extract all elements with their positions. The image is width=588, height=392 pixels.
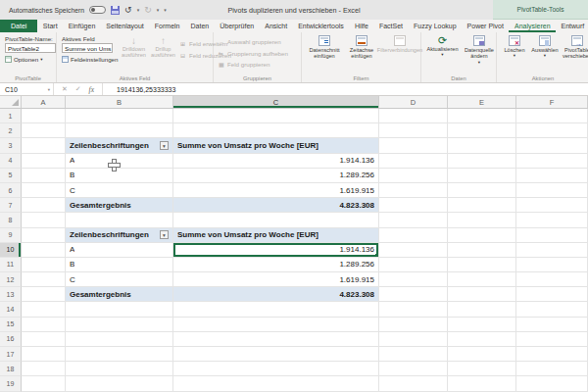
cell-D18[interactable] (379, 362, 448, 376)
cell-E14[interactable] (448, 302, 516, 317)
field-settings-button[interactable]: Feldeinstellungen (61, 55, 118, 64)
cell-B5[interactable]: B (66, 169, 173, 183)
cell-D10[interactable] (379, 243, 448, 258)
tab-power-pivot[interactable]: Power Pivot (462, 20, 509, 32)
cell-A19[interactable] (22, 376, 66, 391)
cell-A4[interactable] (22, 154, 66, 169)
cell-B11[interactable]: B (66, 258, 173, 272)
cell-E17[interactable] (448, 347, 516, 362)
row-header-19[interactable]: 19 (0, 376, 22, 391)
cell-F12[interactable] (516, 272, 588, 287)
name-box[interactable]: C10 ▾ (0, 83, 54, 95)
select-button[interactable]: Auswählen ▾ (530, 34, 560, 74)
cell-B14[interactable] (66, 302, 173, 317)
row-header-1[interactable]: 1 (0, 109, 22, 123)
cell-A1[interactable] (22, 109, 66, 123)
cell-E6[interactable] (448, 183, 516, 198)
cell-B2[interactable] (66, 123, 173, 138)
cell-A8[interactable] (22, 213, 66, 227)
cell-C2[interactable] (173, 123, 379, 138)
cell-A11[interactable] (22, 258, 66, 272)
cell-A16[interactable] (22, 332, 66, 347)
row-header-5[interactable]: 5 (0, 169, 22, 183)
tab-fuzzy-lookup[interactable]: Fuzzy Lookup (409, 20, 463, 32)
redo-dropdown-icon[interactable]: ▾ (157, 7, 160, 13)
cell-D12[interactable] (379, 272, 448, 287)
cell-A12[interactable] (22, 272, 66, 287)
cell-F13[interactable] (516, 287, 588, 302)
cell-C6[interactable]: 1.619.915 (173, 183, 379, 198)
select-all-corner[interactable] (0, 96, 22, 108)
row-header-14[interactable]: 14 (0, 302, 22, 317)
cell-B3[interactable]: Zeilenbeschriftungen▾ (66, 138, 173, 153)
tab-factset[interactable]: FactSet (373, 20, 408, 32)
cell-F4[interactable] (516, 154, 588, 169)
insert-slicer-button[interactable]: Datenschnitt einfügen (306, 34, 343, 74)
cell-A5[interactable] (22, 169, 66, 183)
cell-E8[interactable] (448, 213, 516, 227)
cell-E3[interactable] (448, 138, 516, 153)
row-header-17[interactable]: 17 (0, 347, 22, 362)
cell-F1[interactable] (516, 109, 588, 123)
cell-E7[interactable] (448, 198, 516, 213)
cell-A14[interactable] (22, 302, 66, 317)
cell-E19[interactable] (448, 376, 516, 391)
cell-F5[interactable] (516, 169, 588, 183)
save-icon[interactable] (111, 6, 120, 15)
cell-E18[interactable] (448, 362, 516, 376)
column-header-a[interactable]: A (22, 96, 66, 108)
column-header-e[interactable]: E (448, 96, 516, 108)
cell-C5[interactable]: 1.289.256 (173, 169, 379, 183)
cell-E11[interactable] (448, 258, 516, 272)
cell-E16[interactable] (448, 332, 516, 347)
row-header-15[interactable]: 15 (0, 318, 22, 332)
row-labels-filter-button[interactable]: ▾ (160, 230, 169, 239)
row-header-16[interactable]: 16 (0, 332, 22, 347)
cell-D4[interactable] (379, 154, 448, 169)
cell-D11[interactable] (379, 258, 448, 272)
cell-D9[interactable] (379, 228, 448, 243)
row-header-10[interactable]: 10 (0, 243, 22, 258)
refresh-button[interactable]: ⟳ Aktualisieren ▾ (425, 34, 460, 74)
tab-formeln[interactable]: Formeln (149, 20, 185, 32)
cell-B4[interactable]: A (66, 154, 173, 169)
tab-analysieren[interactable]: Analysieren (509, 20, 556, 32)
row-labels-filter-button[interactable]: ▾ (160, 141, 169, 150)
cell-B1[interactable] (66, 109, 173, 123)
row-header-3[interactable]: 3 (0, 138, 22, 153)
cell-F9[interactable] (516, 228, 588, 243)
cell-F3[interactable] (516, 138, 588, 153)
cell-A7[interactable] (22, 198, 66, 213)
row-header-8[interactable]: 8 (0, 213, 22, 227)
cell-D7[interactable] (379, 198, 448, 213)
row-header-12[interactable]: 12 (0, 272, 22, 287)
move-pivottable-button[interactable]: PivotTable verschieben (562, 34, 588, 74)
row-header-18[interactable]: 18 (0, 362, 22, 376)
cell-A3[interactable] (22, 138, 66, 153)
cell-B8[interactable] (66, 213, 173, 227)
column-header-b[interactable]: B (66, 96, 173, 108)
row-header-7[interactable]: 7 (0, 198, 22, 213)
insert-timeline-button[interactable]: Zeitachse einfügen (345, 34, 378, 74)
cell-B12[interactable]: C (66, 272, 173, 287)
cell-C14[interactable] (173, 302, 379, 317)
cell-D13[interactable] (379, 287, 448, 302)
row-header-9[interactable]: 9 (0, 228, 22, 243)
cell-A9[interactable] (22, 228, 66, 243)
cell-B18[interactable] (66, 362, 173, 376)
cell-D3[interactable] (379, 138, 448, 153)
cell-B9[interactable]: Zeilenbeschriftungen▾ (66, 228, 173, 243)
cell-F7[interactable] (516, 198, 588, 213)
cell-E2[interactable] (448, 123, 516, 138)
autosave-toggle[interactable] (89, 6, 106, 14)
tab-ansicht[interactable]: Ansicht (260, 20, 293, 32)
cell-F19[interactable] (516, 376, 588, 391)
cell-C8[interactable] (173, 213, 379, 227)
cell-D17[interactable] (379, 347, 448, 362)
customize-qat-icon[interactable]: ▾ (164, 7, 167, 13)
cell-B16[interactable] (66, 332, 173, 347)
undo-icon[interactable]: ↺ (124, 6, 132, 15)
cell-D16[interactable] (379, 332, 448, 347)
cell-B15[interactable] (66, 318, 173, 332)
cell-E15[interactable] (448, 318, 516, 332)
